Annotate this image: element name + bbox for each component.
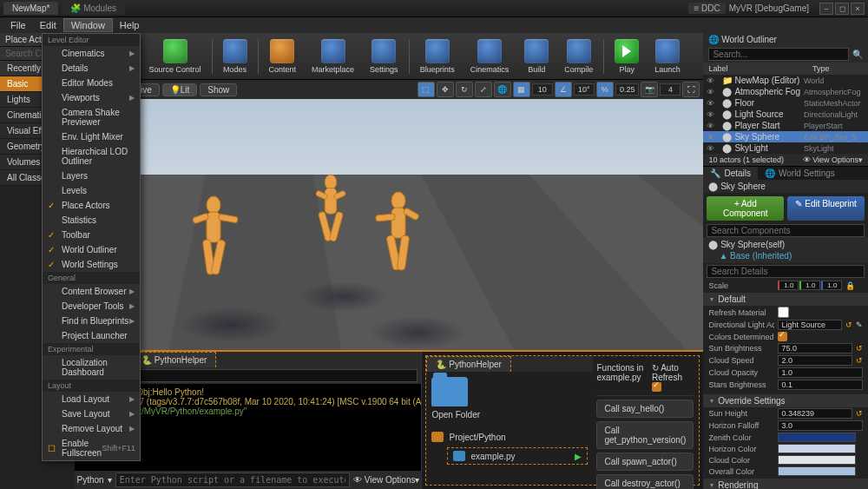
menu-edit[interactable]: Edit — [33, 19, 63, 31]
menu-item-env-light-mixer[interactable]: Env. Light Mixer — [43, 129, 140, 144]
lock-icon[interactable]: 🔒 — [845, 281, 855, 290]
viewport-maximize[interactable]: ⛶ — [682, 82, 700, 97]
outliner-row[interactable]: 👁⬤SkyLightSkyLight — [703, 142, 868, 154]
tool-build[interactable]: Build — [517, 37, 556, 76]
tool-compile[interactable]: Compile — [557, 37, 600, 76]
menu-item-content-browser[interactable]: Content Browser▶ — [43, 284, 140, 299]
python-function-button[interactable]: Call say_hello() — [596, 400, 694, 418]
menu-item-localization-dashboard[interactable]: Localization Dashboard — [43, 355, 140, 380]
menu-item-world-settings[interactable]: ✓World Settings — [43, 257, 140, 272]
menu-item-levels[interactable]: Levels — [43, 183, 140, 198]
col-label[interactable]: Label — [703, 63, 807, 75]
menu-item-cinematics[interactable]: Cinematics▶ — [43, 46, 140, 61]
transform-select[interactable]: ⬚ — [418, 82, 435, 97]
tool-play[interactable]: Play — [608, 37, 646, 76]
prop-scale-value[interactable]: 1.01.01.0 — [778, 281, 842, 290]
section-rendering[interactable]: Rendering — [703, 479, 868, 489]
level-viewport[interactable] — [75, 99, 703, 350]
outliner-row[interactable]: 👁⬤FloorStaticMeshActor — [703, 97, 868, 109]
menu-item-developer-tools[interactable]: Developer Tools▶ — [43, 299, 140, 314]
cloud-opacity-value[interactable]: 1.0 — [778, 367, 863, 378]
reset-icon[interactable]: ↺ — [856, 409, 863, 418]
tool-blueprints[interactable]: Blueprints — [413, 37, 462, 76]
section-default[interactable]: Default — [703, 293, 868, 306]
outliner-row[interactable]: 👁⬤Light SourceDirectionalLight — [703, 109, 868, 120]
menu-item-load-layout[interactable]: Load Layout▶ — [43, 392, 140, 406]
edit-blueprint-button[interactable]: ✎ Edit Blueprint — [787, 196, 865, 221]
menu-item-world-outliner[interactable]: ✓World Outliner — [43, 242, 140, 257]
python-function-button[interactable]: Call spawn_actor() — [596, 453, 694, 471]
search-details[interactable] — [707, 265, 865, 278]
open-folder-icon[interactable] — [431, 377, 468, 406]
tool-modes[interactable]: Modes — [216, 37, 254, 76]
tool-cinematics[interactable]: Cinematics — [464, 37, 516, 76]
window-close[interactable]: × — [851, 3, 865, 15]
tool-content[interactable]: Content — [262, 37, 304, 76]
menu-item-statistics[interactable]: Statistics — [43, 213, 140, 228]
outliner-search[interactable] — [708, 48, 849, 61]
cmd-input[interactable] — [115, 472, 350, 487]
search-icon[interactable]: 🔍 — [852, 50, 863, 59]
component-self[interactable]: ⬤ Sky Sphere(self) — [708, 239, 863, 250]
outliner-row[interactable]: 👁⬤Atmospheric FogAtmosphericFog — [703, 86, 868, 97]
menu-item-project-launcher[interactable]: Project Launcher — [43, 328, 140, 343]
overall-color-swatch[interactable] — [778, 466, 856, 476]
log-search[interactable] — [119, 369, 418, 382]
viewport-lit[interactable]: 💡Lit — [162, 83, 198, 96]
view-options-log[interactable]: 👁 View Options▾ — [353, 475, 420, 485]
camera-speed-value[interactable]: 4 — [660, 83, 681, 96]
cloud-speed-value[interactable]: 2.0 — [778, 355, 852, 366]
scale-snap-toggle[interactable]: % — [596, 82, 614, 97]
tool-settings[interactable]: Settings — [363, 37, 405, 76]
menu-item-enable-fullscreen[interactable]: ☐Enable FullscreenShift+F11 — [43, 436, 140, 460]
tab-python-helper[interactable]: 🐍 PythonHelper — [132, 352, 216, 367]
menu-item-camera-shake-previewer[interactable]: Camera Shake Previewer — [43, 105, 140, 129]
section-override[interactable]: Override Settings — [703, 394, 868, 407]
colors-det-checkbox[interactable] — [778, 332, 787, 341]
menu-item-hierarchical-lod-outliner[interactable]: Hierarchical LOD Outliner — [43, 144, 140, 169]
title-tab-modules[interactable]: 🧩 Modules — [62, 2, 125, 15]
auto-refresh-toggle[interactable]: ↻ Auto Refresh — [652, 363, 694, 393]
tool-source-control[interactable]: Source Control — [142, 37, 208, 76]
menu-item-layers[interactable]: Layers — [43, 169, 140, 183]
camera-speed-icon[interactable]: 📷 — [641, 82, 658, 97]
dir-light-value[interactable]: Light Source — [778, 320, 842, 330]
reset-icon[interactable]: ↺ — [856, 356, 863, 365]
sun-bright-value[interactable]: 75.0 — [778, 343, 852, 354]
python-file-item[interactable]: example.py ▶ — [447, 447, 588, 465]
menu-file[interactable]: File — [3, 19, 33, 31]
cmd-mode[interactable]: Python — [76, 475, 103, 485]
menu-help[interactable]: Help — [113, 19, 147, 31]
outliner-row[interactable]: 👁📁NewMap (Editor)World — [703, 75, 868, 86]
add-component-button[interactable]: + Add Component — [707, 196, 784, 221]
scale-snap-value[interactable]: 0.25 — [615, 83, 640, 96]
title-tab-newmap[interactable]: NewMap* — [3, 2, 58, 15]
tab-details[interactable]: 🔧Details — [703, 167, 758, 180]
horizon-falloff-value[interactable]: 3.0 — [778, 420, 863, 431]
run-file-icon[interactable]: ▶ — [575, 452, 582, 461]
menu-item-details[interactable]: Details▶ — [43, 61, 140, 76]
project-python-folder[interactable]: Project/Python — [431, 432, 588, 442]
cloud-color-swatch[interactable] — [778, 455, 856, 465]
stars-bright-value[interactable]: 0.1 — [778, 380, 863, 390]
menu-item-toolbar[interactable]: ✓Toolbar — [43, 228, 140, 242]
reset-icon[interactable]: ↺ — [856, 344, 863, 353]
component-base[interactable]: ▲ Base (Inherited) — [708, 250, 863, 261]
window-maximize[interactable]: ◻ — [835, 3, 849, 15]
zenith-color-swatch[interactable] — [778, 433, 856, 442]
grid-snap-value[interactable]: 10 — [532, 83, 553, 96]
tool-launch[interactable]: Launch — [648, 37, 687, 76]
search-components[interactable] — [707, 224, 865, 237]
angle-snap-value[interactable]: 10° — [574, 83, 595, 96]
coord-space[interactable]: 🌐 — [494, 82, 511, 97]
outliner-view-options[interactable]: 👁 View Options▾ — [803, 155, 863, 164]
outliner-row[interactable]: 👁⬤Sky SphereEdit BP_Sky_S — [703, 131, 868, 142]
tool-marketplace[interactable]: Marketplace — [305, 37, 361, 76]
menu-item-remove-layout[interactable]: Remove Layout▶ — [43, 421, 140, 436]
reset-icon[interactable]: ↺ — [845, 320, 852, 329]
viewport-show[interactable]: Show — [200, 83, 237, 96]
transform-rotate[interactable]: ↻ — [456, 82, 473, 97]
sun-height-value[interactable]: 0.348239 — [778, 408, 852, 419]
transform-translate[interactable]: ✥ — [437, 82, 454, 97]
outliner-row[interactable]: 👁⬤Player StartPlayerStart — [703, 120, 868, 131]
